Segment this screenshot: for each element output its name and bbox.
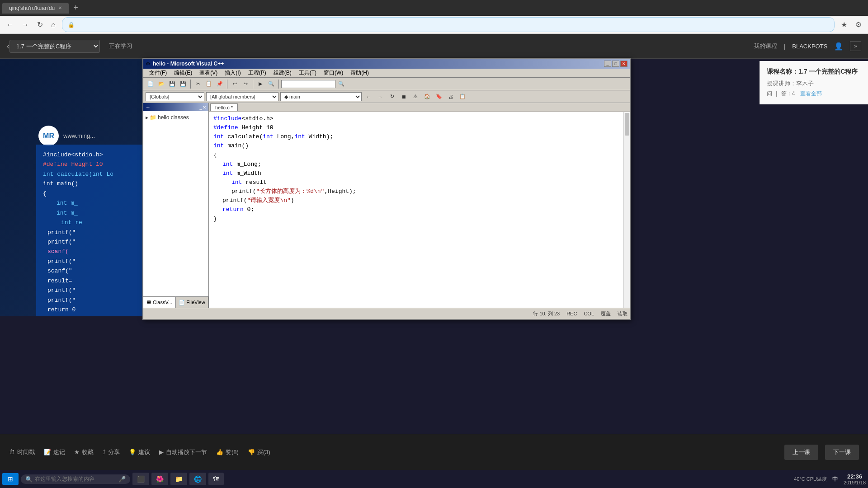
browser-tab[interactable]: qing'shu'ru'kuan'du ✕ [2,3,69,14]
tab-close-btn[interactable]: ✕ [58,5,62,10]
menu-build[interactable]: 组建(B) [270,68,295,78]
menu-window[interactable]: 窗口(W) [320,68,347,78]
taskbar-item-explorer[interactable]: 📁 [170,473,187,485]
taskbar-search-input[interactable] [35,476,116,482]
toolbar-print[interactable]: 🖨 [446,92,456,102]
ide-panel-header: ↔ _ ✕ [143,103,208,111]
toolbar-fwd2[interactable]: ⚠ [410,92,420,102]
taskbar-item-edge[interactable]: 🌐 [189,473,206,485]
ide-statusbar: 行 10, 列 23 REC COL 覆盖 读取 [143,308,630,319]
bottom-action-favorite[interactable]: ★ 收藏 [74,448,94,456]
toolbar-prop[interactable]: 📋 [458,92,467,102]
new-tab-btn[interactable]: + [73,3,78,13]
expand-btn[interactable]: » [850,41,861,51]
menu-edit[interactable]: 编辑(E) [170,68,196,78]
back-btn[interactable]: ← [5,19,15,31]
toolbar-paste[interactable]: 📌 [215,79,225,89]
ide-scrollbar[interactable] [623,112,630,308]
toolbar-refresh2[interactable]: ↻ [387,92,397,102]
qa-view-all-link[interactable]: 查看全部 [800,90,822,97]
maps-icon: 🗺 [213,475,219,483]
ide-classview-tab[interactable]: 🏛 ClassV... [143,297,176,308]
ide-panel-minimize[interactable]: _ [199,105,202,110]
ide-code-editor[interactable]: #include<stdio.h> #define Height 10 int … [209,112,623,308]
course-selector[interactable]: 1.7 一个完整的C程序 [9,40,100,53]
prev-lesson-btn[interactable]: 上一课 [784,445,818,460]
toolbar-saveall[interactable]: 💾 [178,79,188,89]
toolbar-forward[interactable]: → [375,92,385,102]
taskbar-search-area[interactable]: 🔍 🎤 [21,474,130,484]
menu-help[interactable]: 帮助(H) [347,68,373,78]
ide-main-area: ↔ _ ✕ ▸ 📁 hello classes 🏛 ClassV... [143,103,630,308]
ide-tree-root[interactable]: ▸ 📁 hello classes [146,113,206,122]
taskbar-item-maps[interactable]: 🗺 [208,473,224,485]
ide-maximize-btn[interactable]: □ [612,61,619,67]
my-course-link[interactable]: 我的课程 [754,42,777,50]
toolbar-search-btn[interactable]: 🔍 [336,79,346,89]
mic-icon[interactable]: 🎤 [118,476,126,483]
toolbar-copy[interactable]: 📋 [204,79,214,89]
fileview-label: FileView [186,300,205,305]
menu-view[interactable]: 查看(V) [196,68,221,78]
toolbar-stop[interactable]: ⏹ [399,92,409,102]
forward-btn[interactable]: → [20,19,31,31]
like-label: 赞(8) [226,448,239,456]
share-label: 分享 [108,448,120,456]
ide-editor-tabs: hello.c * [209,103,630,112]
ide-toolbar-2: [Globals] [All global members] ◆ main ← … [143,90,630,103]
dislike-icon: 👎 [248,449,255,455]
bottom-action-notes[interactable]: 📝 速记 [44,448,65,456]
address-input[interactable]: www.mingrisoft.com/video/2628.html [77,19,829,30]
main-combo[interactable]: ◆ main [280,92,362,101]
toolbar-search[interactable] [281,80,335,88]
bottom-action-timestamp[interactable]: ⏱ 时间戳 [9,448,35,456]
menu-tools[interactable]: 工具(T) [295,68,320,78]
qa-label: 问 [767,90,772,97]
toolbar-new[interactable]: 📄 [146,79,156,89]
menu-project[interactable]: 工程(P) [245,68,270,78]
ide-editor-tab-hello[interactable]: hello.c * [210,103,238,111]
menu-insert[interactable]: 插入(I) [221,68,244,78]
menu-file[interactable]: 文件(F) [146,68,170,78]
taskbar-item-cortana[interactable]: 🌺 [151,473,168,485]
keyword-int-2: int [263,133,273,140]
globals-combo[interactable]: [Globals] [146,92,204,101]
toolbar-back[interactable]: ← [363,92,373,102]
refresh-btn[interactable]: ↻ [35,19,45,31]
notes-icon: 📝 [44,449,51,455]
toolbar-open[interactable]: 📂 [156,79,166,89]
toolbar-redo[interactable]: ↪ [241,79,250,89]
favorite-label: 收藏 [82,448,94,456]
bottom-bar: ⏱ 时间戳 📝 速记 ★ 收藏 ⤴ 分享 💡 建议 ▶ 自动播放下一节 👍 赞(… [0,434,868,470]
scrollbar-thumb[interactable] [625,113,629,136]
next-lesson-btn[interactable]: 下一课 [825,445,859,460]
settings-btn[interactable]: ⚙ [854,19,863,31]
bottom-action-like[interactable]: 👍 赞(8) [216,448,239,456]
members-combo[interactable]: [All global members] [206,92,278,101]
ide-panel-close[interactable]: ✕ [203,105,206,110]
code-line-result: int result [213,178,619,187]
toolbar-undo[interactable]: ↩ [230,79,240,89]
ide-minimize-btn[interactable]: _ [604,61,611,67]
toolbar-debug[interactable]: 🔍 [266,79,276,89]
ide-close-btn[interactable]: ✕ [620,61,627,67]
toolbar-save[interactable]: 💾 [167,79,177,89]
bookmark-btn[interactable]: ★ [839,19,849,31]
home-btn[interactable]: ⌂ [49,19,57,31]
toolbar-cut[interactable]: ✂ [193,79,203,89]
bottom-action-share[interactable]: ⤴ 分享 [103,448,120,456]
statusbar-rowcol: 行 10, 列 23 [533,310,560,317]
bottom-action-autoplay[interactable]: ▶ 自动播放下一节 [159,448,207,456]
toolbar-build[interactable]: ▶ [255,79,265,89]
taskbar-item-task-view[interactable]: ⬛ [132,473,149,485]
bottom-action-dislike[interactable]: 👎 踩(3) [248,448,270,456]
toolbar-bookmark[interactable]: 🔖 [434,92,444,102]
ide-toolbar-1: 📄 📂 💾 💾 ✂ 📋 📌 ↩ ↪ ▶ 🔍 🔍 [143,78,630,90]
taskbar-time: 22:36 [844,473,866,480]
start-button[interactable]: ⊞ [2,473,19,485]
ide-fileview-tab[interactable]: 📄 FileView [176,297,208,308]
statusbar-read: 读取 [618,310,627,317]
keyword-return: return [222,206,244,213]
bottom-action-suggest[interactable]: 💡 建议 [129,448,150,456]
toolbar-home[interactable]: 🏠 [422,92,432,102]
